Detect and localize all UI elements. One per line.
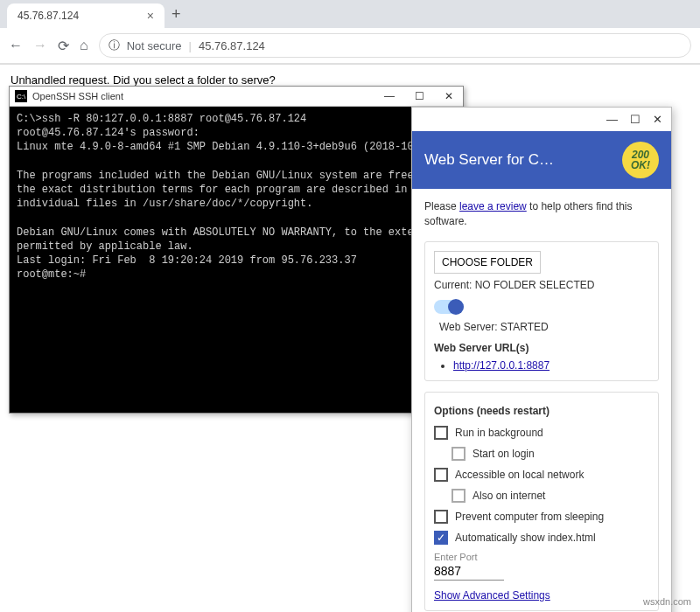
back-icon[interactable]: ← xyxy=(9,38,23,53)
tab-bar: 45.76.87.124 × + xyxy=(0,0,700,28)
info-icon[interactable]: ⓘ xyxy=(108,38,120,53)
new-tab-button[interactable]: + xyxy=(172,5,181,24)
checkbox-lan[interactable] xyxy=(434,468,448,482)
list-item: http://127.0.0.1:8887 xyxy=(453,359,649,372)
app-header: Web Server for C… 200 OK! xyxy=(412,131,671,189)
terminal-icon: C:\ xyxy=(15,90,27,102)
watermark: wsxdn.com xyxy=(643,596,691,607)
checkbox-start-login[interactable] xyxy=(452,447,466,461)
server-status: Web Server: STARTED xyxy=(439,321,649,333)
home-icon[interactable]: ⌂ xyxy=(80,38,88,53)
server-url-link[interactable]: http://127.0.0.1:8887 xyxy=(453,359,550,372)
forward-icon[interactable]: → xyxy=(33,38,47,53)
app-body: Please leave a review to help others fin… xyxy=(412,189,671,612)
status-badge: 200 OK! xyxy=(622,142,659,178)
browser-tab[interactable]: 45.76.87.124 × xyxy=(7,3,164,28)
terminal-output[interactable]: C:\>ssh -R 80:127.0.0.1:8887 root@45.76.… xyxy=(10,107,463,413)
port-input[interactable] xyxy=(434,562,504,581)
maximize-icon[interactable]: ☐ xyxy=(410,90,428,102)
maximize-icon[interactable]: ☐ xyxy=(630,113,640,126)
app-title: Web Server for C… xyxy=(424,151,554,169)
port-label: Enter Port xyxy=(434,552,649,562)
urls-header: Web Server URL(s) xyxy=(434,342,649,354)
current-folder-label: Current: NO FOLDER SELECTED xyxy=(434,279,594,291)
terminal-title: OpenSSH SSH client xyxy=(32,91,123,101)
options-header: Options (needs restart) xyxy=(434,405,649,417)
checkbox-internet[interactable] xyxy=(452,489,466,503)
checkbox-sleep[interactable] xyxy=(434,510,448,524)
close-icon[interactable]: ✕ xyxy=(653,113,662,126)
checkbox-run-bg[interactable] xyxy=(434,426,448,440)
tab-title: 45.76.87.124 xyxy=(18,10,79,22)
app-titlebar[interactable]: — ☐ ✕ xyxy=(412,108,671,131)
options-panel: Options (needs restart) Run in backgroun… xyxy=(424,392,659,611)
page-message: Unhandled request. Did you select a fold… xyxy=(10,73,276,87)
browser-chrome: 45.76.87.124 × + ← → ⟳ ⌂ ⓘ Not secure | … xyxy=(0,0,700,65)
review-link[interactable]: leave a review xyxy=(459,200,527,212)
url-input[interactable]: ⓘ Not secure | 45.76.87.124 xyxy=(99,33,691,58)
review-prompt: Please leave a review to help others fin… xyxy=(424,199,659,229)
minimize-icon[interactable]: — xyxy=(606,113,618,126)
folder-panel: CHOOSE FOLDER Current: NO FOLDER SELECTE… xyxy=(424,241,659,381)
close-icon[interactable]: ✕ xyxy=(440,90,458,102)
url-text: 45.76.87.124 xyxy=(199,39,265,52)
webserver-window: — ☐ ✕ Web Server for C… 200 OK! Please l… xyxy=(411,107,672,612)
terminal-titlebar[interactable]: C:\ OpenSSH SSH client — ☐ ✕ xyxy=(10,87,463,107)
advanced-settings-link[interactable]: Show Advanced Settings xyxy=(434,589,550,602)
address-bar: ← → ⟳ ⌂ ⓘ Not secure | 45.76.87.124 xyxy=(0,28,700,64)
choose-folder-button[interactable]: CHOOSE FOLDER xyxy=(434,251,541,274)
minimize-icon[interactable]: — xyxy=(381,90,398,102)
close-tab-icon[interactable]: × xyxy=(147,9,154,23)
checkbox-index[interactable]: ✓ xyxy=(434,531,448,545)
reload-icon[interactable]: ⟳ xyxy=(58,38,69,54)
server-toggle[interactable] xyxy=(434,300,464,314)
terminal-window: C:\ OpenSSH SSH client — ☐ ✕ C:\>ssh -R … xyxy=(9,86,464,414)
security-status: Not secure xyxy=(127,39,182,52)
